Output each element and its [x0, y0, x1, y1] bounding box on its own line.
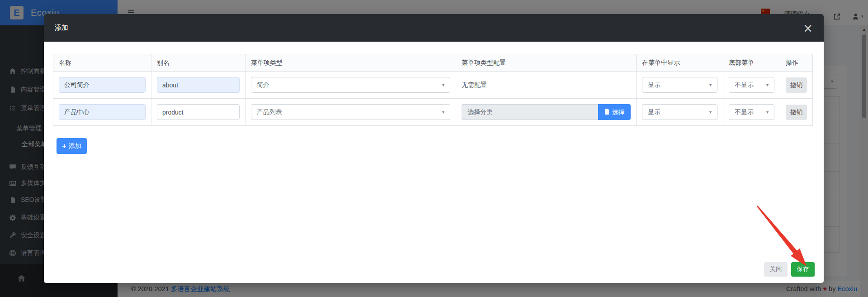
caret-down-icon: ▾: [442, 82, 444, 87]
choose-category-button[interactable]: 选择: [598, 104, 631, 120]
add-modal: 添加 × 名称 别名 菜单项类型 菜单项类型配置 在菜单中显示 底部菜单: [44, 14, 824, 283]
menu-items-table: 名称 别名 菜单项类型 菜单项类型配置 在菜单中显示 底部菜单 操作 简介▾: [53, 54, 813, 126]
alias-input[interactable]: [157, 104, 240, 120]
save-button[interactable]: 保存: [791, 262, 815, 277]
show-in-menu-select[interactable]: 显示▾: [642, 104, 717, 120]
caret-down-icon: ▾: [709, 110, 712, 115]
caret-down-icon: ▾: [766, 110, 769, 115]
undo-button[interactable]: 撤销: [786, 105, 807, 120]
table-row: 简介▾ 无需配置 显示▾ 不显示▾ 撤销: [53, 72, 813, 99]
undo-button[interactable]: 撤销: [786, 77, 807, 93]
type-select[interactable]: 简介▾: [251, 77, 450, 93]
add-row-button[interactable]: + 添加: [57, 138, 87, 154]
caret-down-icon: ▾: [766, 82, 769, 87]
type-select[interactable]: 产品列表▾: [251, 104, 450, 120]
col-header-type: 菜单项类型: [245, 54, 456, 72]
screen: ★ 清理缓存 ▾ E Ecoxiu 控制面板 内容管理 菜单管理 菜单管理 全部…: [0, 0, 868, 297]
category-picker: 选择分类 选择: [462, 104, 631, 120]
modal-body: 名称 别名 菜单项类型 菜单项类型配置 在菜单中显示 底部菜单 操作 简介▾: [44, 42, 824, 255]
table-row: 产品列表▾ 选择分类 选择 显示▾ 不显示▾ 撤销: [53, 99, 813, 126]
name-input[interactable]: [59, 104, 146, 120]
modal-header: 添加 ×: [44, 14, 824, 42]
category-picker-value[interactable]: 选择分类: [462, 104, 598, 120]
col-header-actions: 操作: [780, 54, 813, 72]
name-input[interactable]: [59, 77, 146, 93]
modal-footer: 关闭 保存: [44, 255, 824, 283]
plus-icon: +: [62, 143, 66, 150]
col-header-show-in-menu: 在菜单中显示: [637, 54, 723, 72]
caret-down-icon: ▾: [709, 82, 712, 87]
config-text: 无需配置: [462, 81, 487, 88]
show-in-menu-select[interactable]: 显示▾: [642, 77, 717, 93]
col-header-name: 名称: [53, 54, 151, 72]
caret-down-icon: ▾: [442, 110, 444, 115]
col-header-alias: 别名: [151, 54, 245, 72]
alias-input[interactable]: [157, 77, 240, 93]
file-icon: [604, 109, 609, 116]
col-header-type-config: 菜单项类型配置: [456, 54, 637, 72]
footer-menu-select[interactable]: 不显示▾: [729, 77, 774, 93]
footer-menu-select[interactable]: 不显示▾: [729, 104, 774, 120]
close-button[interactable]: 关闭: [764, 262, 788, 277]
modal-title: 添加: [55, 24, 68, 32]
col-header-footer-menu: 底部菜单: [723, 54, 780, 72]
table-header-row: 名称 别名 菜单项类型 菜单项类型配置 在菜单中显示 底部菜单 操作: [53, 54, 813, 72]
close-icon[interactable]: ×: [803, 22, 813, 34]
